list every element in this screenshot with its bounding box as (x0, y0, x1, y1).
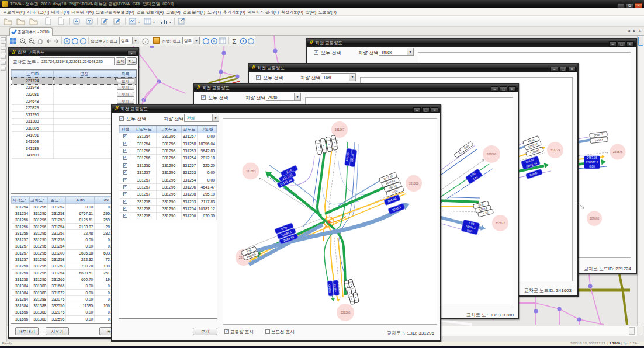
svg-text:331729: 331729 (550, 148, 560, 152)
svg-text:223376: 223376 (613, 150, 623, 154)
svg-text:228677.1: 228677.1 (586, 161, 598, 164)
svg-text:331366: 331366 (341, 311, 351, 314)
svg-text:i: i (145, 39, 146, 44)
svg-text:0.00: 0.00 (589, 165, 595, 168)
svg-text:333872: 333872 (496, 221, 505, 225)
svg-text:331267: 331267 (335, 128, 345, 131)
svg-text:587660: 587660 (590, 217, 600, 220)
svg-text:331666: 331666 (487, 152, 497, 156)
svg-text:Σ: Σ (233, 38, 237, 45)
svg-text:2467.36: 2467.36 (587, 156, 597, 159)
svg-text:331363: 331363 (246, 169, 256, 173)
svg-text:331368: 331368 (409, 182, 419, 185)
